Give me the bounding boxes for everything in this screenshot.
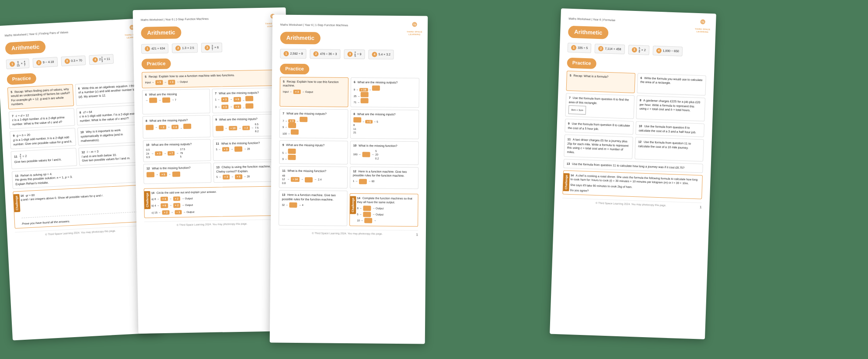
ws3-arith-questions: 1 2,592 ÷ 9 2 476 ÷ 36 ÷ 3 3 25 ÷ 9 4 5.… [280,49,419,60]
ws1-arith-questions: 1 910 × 47 2 9 − 4.18 3 0.3 × 70 4 223 ×… [6,53,139,70]
ws4-arith-q1: 1 335 ÷ 5 [568,43,592,53]
ws2-challenge-label: Challenge [144,191,151,209]
worksheet-2: Maths Worksheet | Year 6 | 2-Step Functi… [133,7,292,334]
ws4-arithmetic-badge: Arithmetic [568,26,609,39]
ws1-challenge-label: Challenge [14,194,21,212]
ws3-q7: 7 What are the missing outputs? 7 → × 3 … [279,108,349,139]
ws3-logo: TS THIRD SPACELEARNING [407,21,422,36]
ws1-answer-space [21,199,144,219]
ws3-practice-badge: Practice [280,64,309,74]
ws2-q8: 8 What are the missing inputs? →− 2→× 4→ [143,115,210,138]
ws2-q11: 11 What is the missing function? 5 →+ 3→… [213,138,280,161]
ws3-logo-text: THIRD SPACELEARNING [407,31,422,36]
ws3-q9: 9 What are the missing inputs? 5 → 9 → [279,140,348,164]
ws4-questions: 5 Recap: What is a formula? 6 Write the … [564,70,706,161]
ws2-q10: 10 What are the missing outputs? 0.5246.… [143,139,211,162]
ws3-q14: 14 Complete the function machines so tha… [357,196,415,223]
ws2-footer: © Third Space Learning 2024. You may pho… [144,219,282,227]
ws1-q11: 11 kl = 2Give two possible values for l … [10,148,77,169]
ws4-arith-q3: 3 59 × 2 [628,45,649,56]
ws2-questions: 5 Recap: Explain how to use a function m… [142,70,282,218]
ws1-q10: 10 Why is it important to work systemati… [77,125,143,146]
ws4-q5: 5 Recap: What is a formula? [566,70,636,93]
ws4-arith-questions: 1 335 ÷ 5 2 7,114 + 458 3 59 × 2 4 1,000… [568,43,708,57]
ws4-challenge-label: Challenge [563,173,570,191]
ws2-arith-q2: 2 1.3 × 2.5 [172,43,198,53]
ws3-q5: 5 Recap: Explain how to use this functio… [279,77,349,107]
ws4-q7: 7 Use the formula from question 6 to fin… [565,93,634,119]
ws3-q12: 12 Here is a function machine. Give two … [350,167,418,189]
worksheets-container: Maths Worksheet | Year 6 | Finding Pairs… [0,0,868,359]
ws1-practice-badge: Practice [7,73,36,85]
ws4-logo-text: THIRD SPACELEARNING [695,28,711,34]
ws1-q12: 12 l − m = 3l and m are both below 10.Gi… [78,144,144,165]
ws1-header: Maths Worksheet | Year 6 | Finding Pairs… [4,27,137,38]
ws2-q6: 6 What are the missing →→→ 7 [142,89,210,115]
ws2-challenge: Challenge 14 Circle the odd one out and … [144,186,282,218]
ws3-q8: 8 What are the missing inputs? → + 5 → 5… [350,109,419,139]
ws2-practice-badge: Practice [142,59,171,70]
ws3-arith-q1: 1 2,592 ÷ 9 [280,49,306,59]
ws4-q8: 8 A gardener charges £225 for a job plus… [636,96,705,122]
ws4-q10: 10 Use the formula from question 8 to ca… [635,122,704,137]
ws2-header: Maths Worksheet | Year 6 | 2-Step Functi… [141,15,278,22]
ws4-challenge: Challenge 14 A chef is cooking a roast d… [562,170,703,199]
ws4-footer: © Third Space Learning 2024. You may pho… [562,198,702,209]
ws4-q9: 9 Use the formula from question 8 to cal… [565,119,634,135]
ws4-q5-answer-space [569,77,632,91]
ws3-questions: 5 Recap: Explain how to use this functio… [279,77,419,189]
ws3-logo-icon: TS [408,21,421,31]
ws4-arith-q2: 2 7,114 + 458 [595,44,625,55]
ws4-q6: 6 Write the formula you would use to cal… [637,73,706,96]
svg-text:TS: TS [413,24,416,26]
ws3-header: Maths Worksheet | Year 6 | 1-Step Functi… [280,23,420,28]
ws2-q7: 7 What are the missing outputs? 1 →× 3→×… [212,87,279,113]
ws1-q5: 5 Recap: When finding pairs of values, w… [7,84,74,109]
ws4-q11: 11 A taxi driver charges £5 for a journe… [564,135,633,159]
ws3-challenge-label: Challenge [350,196,356,214]
ws3-q6: 6 What are the missing outputs? 9 → + 19… [350,77,419,108]
ws4-header: Maths Worksheet | Year 6 | Formulae [568,17,708,25]
ws1-challenge: Challenge 14 qr = 80 q and r are integer… [13,185,147,229]
ws1-arithmetic-badge: Arithmetic [5,41,46,55]
ws3-q11: 11 What is the missing function? 48120.8… [279,166,348,188]
ws3-arith-q4: 4 5.4 × 3.2 [368,50,394,60]
ws3-arithmetic-badge: Arithmetic [280,32,321,45]
ws1-q7: 7 c + d = 12 c is a 1-digit number. d is… [9,108,75,129]
ws2-arith-questions: 1 421 + 634 2 1.3 × 2.5 3 37 × 6 [141,42,279,54]
ws2-arith-q3: 3 37 × 6 [201,43,223,53]
ws1-practice-grid: 5 Recap: When finding pairs of values, w… [7,80,144,169]
ws1-q14: 14 qr = 80 q and r are integers above 0.… [21,187,144,226]
ws1-arith-q3: 3 0.3 × 70 [61,56,86,66]
ws2-q9: 9 What are the missing inputs? →÷ 10→+ 2… [212,114,280,137]
ws3-arith-q3: 3 25 ÷ 9 [344,49,365,59]
worksheet-4: Maths Worksheet | Year 6 | Formulae TS T… [550,8,716,339]
ws1-arith-q1: 1 910 × 47 [6,59,29,70]
ws3-q13: 13 Here is a function machine. Give two … [279,190,348,227]
ws4-q14: 14 A chef is cooking a roast dinner. She… [570,173,699,197]
ws3-q13-14: 13 Here is a function machine. Give two … [279,190,418,227]
ws3-q10: 10 What is the missing function? 100 → →… [350,141,418,165]
ws2-arith-q1: 1 421 + 634 [141,44,169,54]
ws4-q12: 12 Use the formula from question 11 to c… [634,137,704,162]
ws4-arith-q4: 4 1,000 − 650 [652,46,683,57]
ws4-practice-badge: Practice [567,58,596,69]
ws4-logo-icon: TS [697,18,709,28]
ws1-q6: 6 Write this as an algebraic equation. I… [75,80,141,106]
ws1-q8: 8 cf = 64 c is a 1-digit odd number. f i… [76,105,142,125]
ws1-arith-q4: 4 223 × 11 [89,54,114,65]
ws2-q12: 12 What is the missing function? →× 5 → [143,163,211,184]
ws2-arithmetic-badge: Arithmetic [141,26,181,39]
ws3-footer: © Third Space Learning 2024. You may pho… [279,229,418,236]
ws3-challenge: Challenge 14 Complete the function machi… [349,193,418,227]
ws2-q5: 5 Recap: Explain how to use a function m… [142,70,279,88]
ws3-arith-q2: 2 476 ÷ 36 ÷ 3 [310,49,341,59]
ws2-function-diagram: Input → × 5 → + 3 → Output [145,78,276,85]
ws4-logo: TS THIRD SPACELEARNING [695,18,711,34]
ws1-arith-q2: 2 9 − 4.18 [32,57,58,68]
ws2-q14: 14 Circle the odd one out and explain yo… [151,188,279,215]
worksheet-3: Maths Worksheet | Year 6 | 1-Step Functi… [270,14,428,344]
ws1-q9: 9 g + h = 20 g is a 1-digit odd number. … [10,128,76,149]
svg-text:TS: TS [701,21,704,23]
